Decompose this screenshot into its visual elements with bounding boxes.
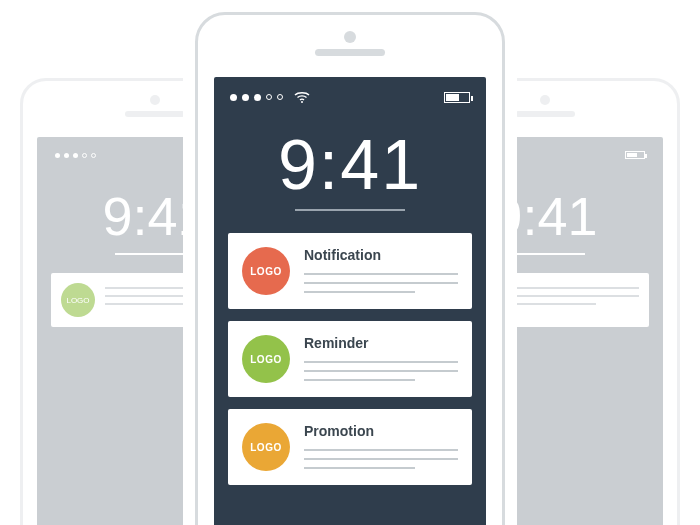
signal-dot-icon [230, 94, 237, 101]
battery-level [446, 94, 459, 101]
time-underline [115, 253, 195, 255]
battery-icon [444, 92, 470, 103]
notification-logo-badge: LOGO [242, 423, 290, 471]
notification-body: Promotion [304, 423, 458, 471]
notification-logo-badge: LOGO [242, 335, 290, 383]
camera-dot-icon [344, 31, 356, 43]
notification-title: Notification [304, 247, 458, 263]
status-bar [214, 77, 486, 109]
speaker-slot-icon [125, 111, 185, 117]
status-left [230, 91, 310, 103]
camera-dot-icon [540, 95, 550, 105]
signal-dots-icon [55, 153, 96, 158]
wifi-icon [294, 91, 310, 103]
notification-logo-badge: LOGO [242, 247, 290, 295]
foreground-phone: 9:41 LOGO Notification LOGO Reminder [195, 12, 505, 525]
signal-dot-icon [254, 94, 261, 101]
notification-text-lines [304, 273, 458, 293]
notification-title: Promotion [304, 423, 458, 439]
notification-card[interactable]: LOGO Notification [228, 233, 472, 309]
notification-title: Reminder [304, 335, 458, 351]
notification-text-lines [495, 283, 639, 317]
battery-icon [625, 151, 645, 159]
notification-list: LOGO Notification LOGO Reminder [214, 233, 486, 485]
signal-dot-icon [277, 94, 283, 100]
camera-dot-icon [150, 95, 160, 105]
speaker-slot-icon [515, 111, 575, 117]
time-underline [505, 253, 585, 255]
notification-text-lines [304, 449, 458, 469]
phone-screen: 9:41 LOGO Notification LOGO Reminder [214, 77, 486, 525]
speaker-slot-icon [315, 49, 385, 56]
notification-card[interactable]: LOGO Reminder [228, 321, 472, 397]
lockscreen-time: 9:41 [214, 125, 486, 205]
notification-card[interactable]: LOGO Promotion [228, 409, 472, 485]
notification-body: Reminder [304, 335, 458, 383]
notification-logo-badge: LOGO [61, 283, 95, 317]
notification-body: Notification [304, 247, 458, 295]
signal-dot-icon [242, 94, 249, 101]
signal-dot-icon [266, 94, 272, 100]
svg-point-0 [301, 101, 303, 103]
time-underline [295, 209, 405, 211]
notification-text-lines [304, 361, 458, 381]
